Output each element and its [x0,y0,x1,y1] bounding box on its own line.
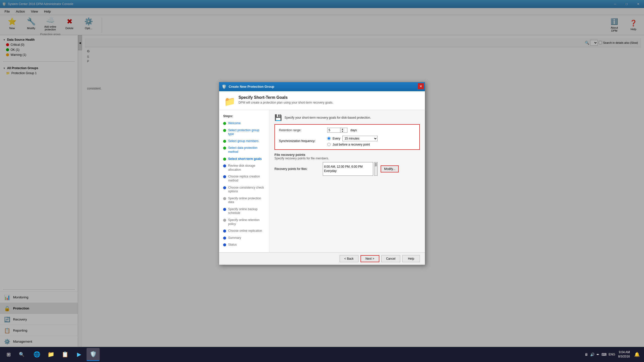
step-label-summary: Summary [228,236,241,240]
step-bullet-type [223,129,226,132]
taskbar-app-explorer[interactable]: 📁 [44,348,57,361]
step-replica-creation: Choose replica creation method [219,173,269,184]
listbox-scrollbar[interactable] [374,162,378,176]
taskbar-apps: 🌐 📁 📋 ▶ 🛡️ [30,348,100,361]
dialog-header-title: Specify Short-Term Goals [224,95,420,100]
step-label-welcome: Welcome [228,121,241,125]
taskbar-start-button[interactable]: ⊞ [2,348,15,361]
taskbar-monitor-icon: 🖥 [585,352,588,356]
taskbar-app-dpm[interactable]: 🛡️ [87,348,100,361]
recovery-listbox-content: 8:00 AM, 12:00 PM, 6:00 PM Everyday [324,165,372,173]
step-label-consistency: Choose consistency check options [228,186,265,194]
recovery-points-row: Recovery points for files: 8:00 AM, 12:0… [274,162,420,176]
step-disk-storage: Review disk storage allocation [219,162,269,173]
dialog-instruction: 💾 Specify your short-term recovery goals… [274,114,420,121]
spinbox-down-button[interactable]: ▼ [340,130,345,132]
taskbar-app-terminal[interactable]: ▶ [72,348,86,361]
taskbar-app-notes[interactable]: 📋 [58,348,71,361]
retention-range-unit: days [350,128,357,132]
sync-frequency-label: Synchronization frequency: [279,139,324,143]
sync-before-radio[interactable] [327,143,331,146]
back-button[interactable]: < Back [340,255,358,262]
recovery-listbox: 8:00 AM, 12:00 PM, 6:00 PM Everyday [323,162,373,176]
goals-box: Retention range: ▲ ▼ days Synchronizati [274,124,420,150]
modify-recovery-points-button[interactable]: Modify... [381,165,399,172]
dialog-titlebar-icon: 🛡️ [222,84,227,89]
dialog-footer: < Back Next > Cancel Help [219,252,425,265]
taskbar-date: 8/3/2016 [618,354,630,359]
step-label-dataprotection: Select data protection method [228,146,265,154]
step-label-onlinereplication: Choose online replication [228,229,262,233]
step-online-replication: Choose online replication [219,228,269,235]
recovery-points-label: Recovery points for files: [274,167,320,171]
step-data-protection: Select data protection method [219,145,269,155]
step-label-replica: Choose replica creation method [228,175,265,183]
next-button[interactable]: Next > [360,255,379,262]
retention-range-row: Retention range: ▲ ▼ days [279,128,415,133]
step-label-status: Status [228,243,237,247]
step-label-onlineretention: Specify online retention policy [228,218,265,226]
step-label-diskstorage: Review disk storage allocation [228,164,265,172]
sync-every-label: Every [333,137,340,140]
step-bullet-shortterm [223,158,226,161]
steps-title: Steps: [219,114,269,120]
taskbar-app-ie[interactable]: 🌐 [30,348,43,361]
step-label-shortterm: Select short-term goals [228,157,262,161]
step-select-type: Select protection group type [219,127,269,138]
step-bullet-summary [223,237,226,240]
steps-panel: Steps: Welcome Select protection group t… [219,110,269,252]
taskbar-search-button[interactable]: 🔍 [15,348,28,361]
step-label-onlineprotection: Specify online protection data [228,197,265,204]
step-status: Status [219,241,269,248]
sync-every-radio[interactable] [327,137,331,140]
step-select-members: Select group members [219,138,269,145]
taskbar-lang-label: ENG [609,353,615,356]
taskbar-right: 🖥 🔊 ✒ ⌨ ENG 9:04 AM 8/3/2016 🔔 [585,350,641,359]
sync-frequency-row: Synchronization frequency: Every 15 minu… [279,136,415,146]
modal-overlay: 🛡️ Create New Protection Group ✕ 📁 Speci… [0,0,644,347]
taskbar-volume-icon[interactable]: 🔊 [590,352,594,356]
taskbar-clock[interactable]: 9:04 AM 8/3/2016 [618,350,630,359]
recovery-value-line2: Everyday [324,169,372,173]
taskbar-network-icon: ✒ [596,352,599,356]
recovery-listbox-with-scrollbar: 8:00 AM, 12:00 PM, 6:00 PM Everyday [323,162,373,176]
help-dialog-button[interactable]: Help [402,255,420,262]
disk-icon: 💾 [274,114,282,121]
step-bullet-dataprotection [223,147,226,150]
step-bullet-onlinebackup [223,208,226,211]
taskbar-system-icons: 🖥 🔊 ✒ ⌨ ENG [585,352,615,356]
sync-options: Every 15 minutes 30 minutes 1 hour 2 hou… [327,136,378,146]
step-bullet-members [223,140,226,143]
step-bullet-onlineretention [223,219,226,222]
dialog-header-icon: 📁 [224,96,235,107]
step-bullet-welcome [223,122,226,125]
cancel-button[interactable]: Cancel [381,255,400,262]
step-bullet-replica [223,175,226,178]
step-bullet-diskstorage [223,164,226,167]
dialog-instruction-text: Specify your short-term recovery goals f… [285,116,371,119]
recovery-points-section: File recovery points Specify recovery po… [274,153,420,176]
dialog-header-subtitle: DPM will create a protection plan using … [224,101,420,104]
dialog-close-button[interactable]: ✕ [418,83,424,89]
step-bullet-onlinereplication [223,230,226,233]
retention-range-input[interactable] [328,128,340,132]
taskbar: ⊞ 🔍 🌐 📁 📋 ▶ 🛡️ 🖥 🔊 ✒ ⌨ ENG 9:04 AM 8/3/2… [0,347,644,362]
step-online-backup: Specify online backup schedule [219,206,269,217]
recovery-section-header: File recovery points [274,153,420,157]
dialog-title: Create New Protection Group [229,85,274,88]
retention-range-spinbox[interactable]: ▲ ▼ [327,128,347,133]
dialog-header: 📁 Specify Short-Term Goals DPM will crea… [219,91,425,110]
taskbar-notification-icon[interactable]: 🔔 [633,350,641,358]
sync-frequency-dropdown[interactable]: 15 minutes 30 minutes 1 hour 2 hours 4 h… [342,136,378,141]
sync-before-row: Just before a recovery point [327,143,378,146]
step-short-term: Select short-term goals [219,156,269,163]
recovery-listbox-container: 8:00 AM, 12:00 PM, 6:00 PM Everyday [323,162,378,176]
step-consistency-check: Choose consistency check options [219,184,269,195]
spinbox-up-button[interactable]: ▲ [340,128,345,130]
step-welcome: Welcome [219,120,269,127]
taskbar-keyboard-icon: ⌨ [601,352,607,356]
retention-range-label: Retention range: [279,128,324,132]
step-label-type: Select protection group type [228,128,265,136]
dialog-titlebar: 🛡️ Create New Protection Group ✕ [219,82,425,91]
dialog-body: Steps: Welcome Select protection group t… [219,110,425,252]
